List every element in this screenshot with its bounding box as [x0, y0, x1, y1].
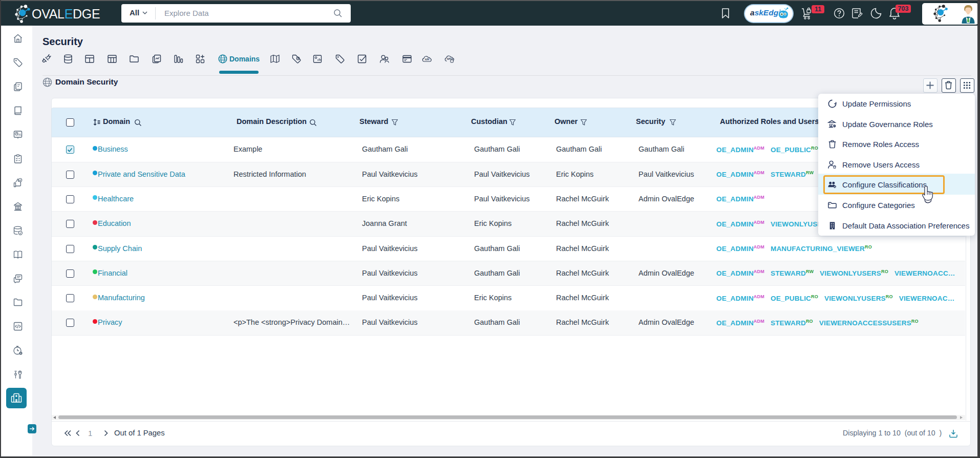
svg-text:API: API — [425, 58, 430, 61]
